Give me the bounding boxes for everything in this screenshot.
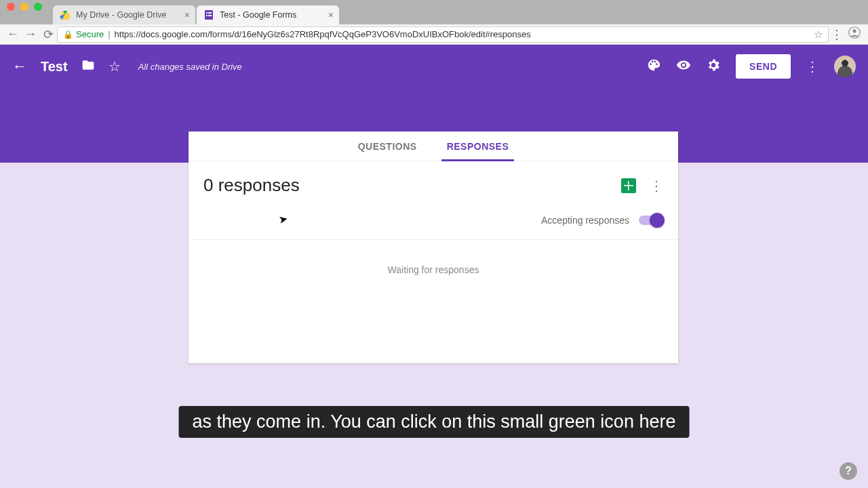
waiting-text: Waiting for responses bbox=[189, 240, 678, 275]
browser-tab-forms[interactable]: Test - Google Forms × bbox=[197, 5, 339, 24]
accepting-toggle[interactable] bbox=[639, 216, 663, 225]
url-text: https://docs.google.com/forms/d/16eNyGlz… bbox=[115, 29, 531, 39]
maximize-window-icon[interactable] bbox=[34, 3, 42, 11]
folder-icon[interactable] bbox=[81, 58, 95, 75]
window-controls bbox=[7, 3, 42, 11]
browser-tab-title: Test - Google Forms bbox=[220, 10, 296, 20]
accepting-row: Accepting responses bbox=[189, 199, 678, 240]
minimize-window-icon[interactable] bbox=[20, 3, 28, 11]
header-right: SEND ⋮ bbox=[646, 54, 856, 79]
app-surface: ← Test ☆ All changes saved in Drive SEND… bbox=[0, 45, 868, 488]
browser-tab-strip: My Drive - Google Drive × Test - Google … bbox=[0, 0, 868, 24]
back-button[interactable]: ← bbox=[4, 27, 22, 41]
form-title[interactable]: Test bbox=[41, 59, 68, 75]
preview-eye-icon[interactable] bbox=[676, 58, 691, 76]
tab-responses[interactable]: RESPONSES bbox=[447, 131, 509, 161]
omnibox[interactable]: 🔒 Secure | https://docs.google.com/forms… bbox=[57, 26, 829, 43]
forward-button[interactable]: → bbox=[22, 27, 39, 41]
more-menu-icon[interactable]: ⋮ bbox=[806, 58, 819, 75]
tab-questions[interactable]: QUESTIONS bbox=[358, 131, 417, 161]
palette-icon[interactable] bbox=[646, 58, 661, 76]
send-button[interactable]: SEND bbox=[736, 54, 791, 79]
bookmark-star-icon[interactable]: ☆ bbox=[814, 28, 823, 41]
browser-address-bar: ← → ⟳ 🔒 Secure | https://docs.google.com… bbox=[0, 24, 868, 45]
responses-count: 0 responses bbox=[203, 175, 300, 196]
back-arrow-icon[interactable]: ← bbox=[12, 58, 27, 75]
browser-profile-icon[interactable] bbox=[845, 26, 864, 42]
close-tab-icon[interactable]: × bbox=[328, 9, 334, 20]
account-avatar[interactable] bbox=[834, 56, 856, 77]
accepting-label: Accepting responses bbox=[541, 215, 629, 226]
svg-rect-4 bbox=[206, 12, 208, 14]
reload-button[interactable]: ⟳ bbox=[39, 27, 57, 42]
responses-header: 0 responses ⋮ bbox=[189, 161, 678, 199]
settings-gear-icon[interactable] bbox=[706, 58, 721, 76]
forms-favicon-icon bbox=[203, 9, 214, 20]
close-tab-icon[interactable]: × bbox=[184, 9, 190, 20]
responses-card: QUESTIONS RESPONSES 0 responses ⋮ Accept… bbox=[189, 131, 678, 363]
close-window-icon[interactable] bbox=[7, 3, 15, 11]
svg-rect-6 bbox=[206, 15, 208, 16]
saved-status: All changes saved in Drive bbox=[138, 62, 242, 72]
card-tabs: QUESTIONS RESPONSES bbox=[189, 131, 678, 161]
video-caption: as they come in. You can click on this s… bbox=[179, 406, 690, 438]
browser-tab-drive[interactable]: My Drive - Google Drive × bbox=[53, 5, 195, 24]
drive-favicon-icon bbox=[60, 9, 71, 20]
header-left: ← Test ☆ All changes saved in Drive bbox=[12, 58, 242, 75]
secure-label: Secure bbox=[76, 29, 104, 39]
svg-rect-5 bbox=[208, 12, 212, 14]
svg-rect-7 bbox=[208, 15, 212, 16]
toggle-knob-icon bbox=[650, 213, 665, 228]
lock-icon: 🔒 bbox=[63, 30, 73, 39]
app-header: ← Test ☆ All changes saved in Drive SEND… bbox=[0, 45, 868, 88]
star-icon[interactable]: ☆ bbox=[108, 58, 121, 75]
create-spreadsheet-icon[interactable] bbox=[621, 178, 636, 193]
browser-tab-title: My Drive - Google Drive bbox=[76, 10, 166, 20]
omnibox-divider: | bbox=[108, 29, 110, 39]
svg-point-9 bbox=[852, 29, 856, 33]
browser-menu-icon[interactable]: ⋮ bbox=[829, 27, 845, 42]
help-icon[interactable]: ? bbox=[840, 462, 857, 480]
responses-menu-icon[interactable]: ⋮ bbox=[650, 178, 663, 194]
